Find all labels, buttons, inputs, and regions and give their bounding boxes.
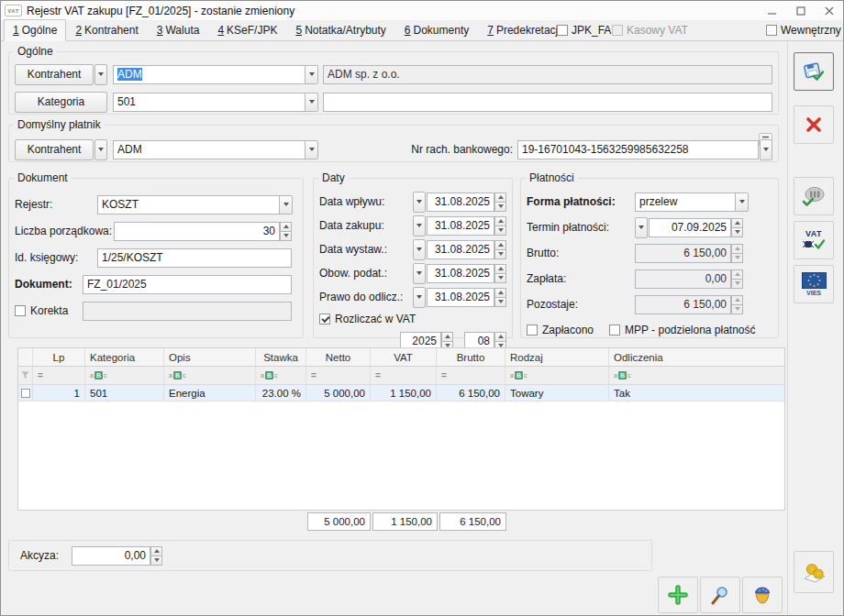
rozliczac-vat-checkbox[interactable]: Rozliczać w VAT (319, 313, 416, 325)
mpp-box[interactable] (609, 324, 620, 336)
data-wystaw-input[interactable]: 31.08.2025 (427, 240, 494, 259)
group-platnosci: Płatności Forma płatności: przelew Termi… (520, 171, 779, 338)
filter-equals-icon[interactable]: = (441, 370, 447, 380)
filter-text-icon[interactable]: aBc (261, 371, 277, 380)
platnik-code-input[interactable]: ADM (113, 140, 305, 160)
kontrahent-button[interactable]: Kontrahent (15, 64, 94, 85)
tab-ogolne[interactable]: 1Ogólne (4, 19, 66, 41)
kategoria-desc-input[interactable] (323, 93, 772, 112)
korekta-checkbox[interactable]: Korekta (15, 304, 68, 317)
col-vat[interactable]: VAT (371, 348, 437, 366)
edit-position-button[interactable] (700, 577, 740, 613)
filter-text-icon[interactable]: aBc (510, 371, 527, 380)
col-brutto[interactable]: Brutto (437, 348, 505, 366)
kategoria-code-input[interactable]: 501 (113, 93, 305, 112)
close-x-icon (805, 116, 823, 134)
liczba-porzadkowa-spinner[interactable] (280, 222, 292, 241)
col-rodzaj[interactable]: Rodzaj (505, 348, 609, 366)
bank-account-dropdown[interactable] (760, 139, 772, 160)
termin-platnosci-input[interactable]: 07.09.2025 (649, 218, 731, 237)
rozliczac-vat-box[interactable] (319, 314, 330, 324)
data-zakupu-input[interactable]: 31.08.2025 (427, 216, 494, 236)
maximize-button[interactable] (786, 1, 815, 20)
tab-dokumenty[interactable]: 6Dokumenty (395, 19, 478, 41)
akcyza-spinner[interactable] (150, 546, 162, 566)
col-lp[interactable]: Lp (33, 348, 85, 366)
data-wplywu-dropdown[interactable] (413, 192, 426, 213)
group-ogolne: Ogólne Kontrahent ADM ADM sp. z o.o. Kat… (8, 45, 779, 115)
prawo-odlicz-input[interactable]: 31.08.2025 (427, 288, 494, 307)
data-zakupu-dropdown[interactable] (413, 215, 426, 236)
add-position-button[interactable] (658, 577, 698, 613)
jpk-fa-checkbox[interactable]: JPK_FA (557, 24, 611, 37)
col-stawka[interactable]: Stawka (256, 348, 306, 366)
rejestr-dropdown[interactable] (280, 195, 293, 214)
forma-platnosci-dropdown[interactable] (736, 192, 749, 212)
obow-podat-spinner[interactable] (494, 264, 506, 283)
table-row[interactable]: 1 501 Energia 23.00 % 5 000,00 1 150,00 … (18, 385, 784, 402)
platnik-kontrahent-button[interactable]: Kontrahent (15, 139, 94, 160)
gus-download-button[interactable] (794, 177, 834, 215)
filter-text-icon[interactable]: aBc (169, 371, 185, 380)
obow-podat-input[interactable]: 31.08.2025 (427, 264, 494, 283)
tab-notatka-atrybuty[interactable]: 5Notatka/Atrybuty (286, 19, 394, 41)
obow-podat-dropdown[interactable] (413, 263, 426, 284)
platnik-type-dropdown[interactable] (94, 139, 107, 160)
wewnetrzny-checkbox[interactable]: Wewnętrzny (766, 24, 841, 37)
delete-position-button[interactable] (742, 577, 783, 613)
filter-equals-icon[interactable]: = (375, 370, 381, 380)
kontrahent-code-dropdown[interactable] (305, 65, 318, 84)
col-kategoria[interactable]: Kategoria (85, 348, 164, 366)
settlements-button[interactable] (794, 551, 834, 593)
data-wystaw-dropdown[interactable] (413, 239, 426, 260)
filter-equals-icon[interactable]: = (38, 370, 43, 380)
jpk-fa-box[interactable] (557, 25, 568, 36)
kategoria-code-dropdown[interactable] (305, 93, 318, 112)
save-button[interactable] (794, 52, 834, 91)
korekta-box[interactable] (15, 305, 26, 316)
prawo-odlicz-spinner[interactable] (494, 288, 506, 307)
tab-waluta[interactable]: 3Waluta (148, 19, 209, 41)
akcyza-input[interactable]: 0,00 (72, 546, 150, 566)
prawo-odlicz-dropdown[interactable] (413, 287, 426, 308)
tab-ksef-jpk[interactable]: 4KSeF/JPK (208, 19, 286, 41)
filter-text-icon[interactable]: aBc (614, 371, 630, 380)
magnifier-icon (710, 585, 730, 605)
wewnetrzny-box[interactable] (766, 25, 777, 36)
kontrahent-code-input[interactable]: ADM (113, 65, 305, 84)
vies-check-button[interactable]: VIES (794, 265, 834, 303)
minimize-button[interactable] (758, 1, 786, 20)
zaplacono-checkbox[interactable]: Zapłacono (527, 324, 594, 336)
mpp-checkbox[interactable]: MPP - podzielona płatność (609, 324, 756, 336)
filter-equals-icon[interactable]: = (311, 370, 316, 380)
id-ksiegowy-input[interactable]: 1/25/KOSZT (97, 248, 292, 268)
col-odliczenia[interactable]: Odliczenia (609, 348, 784, 366)
window-vat-icon: VAT (5, 5, 22, 16)
cancel-button[interactable] (794, 105, 834, 144)
row-checkbox[interactable] (21, 389, 30, 398)
termin-platnosci-dropdown[interactable] (635, 217, 648, 238)
forma-platnosci-input[interactable]: przelew (635, 192, 736, 212)
zaplacono-box[interactable] (527, 324, 538, 336)
liczba-porzadkowa-input[interactable]: 30 (114, 222, 280, 241)
col-opis[interactable]: Opis (164, 348, 256, 366)
dokument-number-input[interactable]: FZ_01/2025 (83, 275, 292, 294)
data-wplywu-input[interactable]: 31.08.2025 (427, 192, 494, 212)
platnik-code-dropdown[interactable] (305, 140, 318, 160)
termin-platnosci-spinner[interactable] (731, 218, 743, 237)
data-wystaw-spinner[interactable] (494, 240, 506, 259)
kategoria-button[interactable]: Kategoria (15, 92, 107, 113)
trash-icon (753, 585, 772, 605)
vat-status-check-button[interactable]: VAT (794, 221, 834, 259)
bank-account-input[interactable]: 19-16701043-1563259985632258 (517, 140, 759, 160)
sidebar-divider (787, 41, 788, 615)
close-button[interactable] (815, 1, 843, 20)
filter-text-icon[interactable]: aBc (90, 371, 106, 380)
data-wplywu-spinner[interactable] (494, 192, 506, 212)
liczba-porzadkowa-label: Liczba porządkowa: (15, 225, 112, 237)
col-netto[interactable]: Netto (306, 348, 371, 366)
tab-kontrahent[interactable]: 2Kontrahent (66, 19, 147, 41)
rejestr-input[interactable]: KOSZT (97, 195, 280, 214)
data-zakupu-spinner[interactable] (494, 216, 506, 236)
kontrahent-type-dropdown[interactable] (94, 64, 107, 85)
